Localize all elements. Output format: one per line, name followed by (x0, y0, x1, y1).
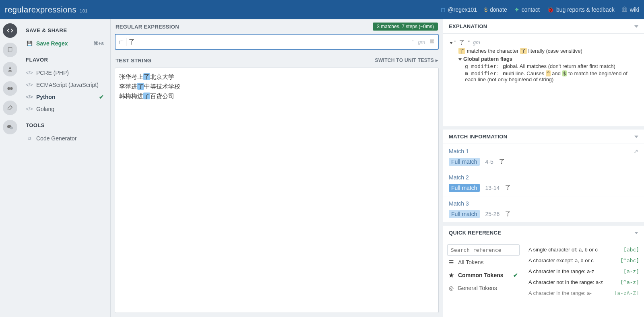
bug-icon: 🐞 (547, 6, 554, 13)
generator-icon: ⧉ (27, 136, 32, 141)
quickref-header[interactable]: QUICK REFERENCE (443, 226, 644, 240)
test-line: 李萍进了中等技术学校 (119, 82, 434, 91)
caret-down-icon[interactable] (458, 58, 462, 61)
link-twitter[interactable]: ◻@regex101 (441, 6, 477, 13)
save-shortcut: ⌘+s (93, 41, 104, 46)
save-regex-button[interactable]: 💾Save Regex ⌘+s (24, 37, 106, 49)
code-icon: </> (27, 82, 32, 88)
center-panel: REGULAR EXPRESSION 3 matches, 7 steps (~… (111, 19, 443, 317)
top-links: ◻@regex101 $donate ✈contact 🐞bug reports… (441, 6, 639, 13)
match-range: 13-14 (485, 185, 500, 191)
twitter-icon: ◻ (441, 6, 446, 13)
match-range: 25-26 (485, 211, 500, 217)
qr-cat-all[interactable]: ☰All Tokens (447, 256, 520, 269)
qr-item[interactable]: A single character of: a, b or c[abc] (528, 244, 639, 255)
match-block[interactable]: Match 3 Full match25-26了 (443, 196, 644, 222)
qr-item[interactable]: A character except: a, b or c[^abc] (528, 255, 639, 266)
right-panel: EXPLANATION " 了 " gm 了 matches the chara… (443, 19, 644, 317)
check-icon: ✔ (99, 94, 104, 100)
rail-chat-icon[interactable] (3, 120, 17, 134)
code-icon: </> (27, 70, 32, 76)
svg-point-1 (7, 87, 10, 90)
full-match-label: Full match (449, 184, 480, 192)
top-bar: regularexpressions 101 ◻@regex101 $donat… (0, 0, 644, 19)
match-block[interactable]: Match 2 Full match13-14了 (443, 170, 644, 196)
wiki-icon: 🏛 (622, 6, 627, 13)
match-highlight: 了 (143, 73, 150, 80)
qr-item[interactable]: A character in the range: a-[a-zA-Z] (528, 288, 639, 298)
regex-flags[interactable]: gm (418, 39, 425, 45)
svg-point-4 (10, 127, 13, 130)
matchinfo-header[interactable]: MATCH INFORMATION (443, 130, 644, 144)
list-icon: ☰ (449, 259, 454, 266)
left-panel: SAVE & SHARE 💾Save Regex ⌘+s FLAVOR </>P… (20, 19, 111, 317)
match-highlight: 了 (143, 93, 150, 99)
code-icon: </> (27, 94, 32, 100)
match-block[interactable]: Match 1↗ Full match4-5了 (443, 144, 644, 170)
match-stats-badge: 3 matches, 7 steps (~0ms) (373, 23, 438, 31)
test-string-input[interactable]: 张华考上了北京大学 李萍进了中等技术学校 韩梅梅进了百货公司 (115, 68, 439, 313)
check-icon: ✔ (513, 272, 518, 278)
link-wiki[interactable]: 🏛wiki (622, 6, 639, 13)
flavor-title: FLAVOR (26, 57, 105, 63)
save-share-title: SAVE & SHARE (26, 27, 105, 33)
match-name: Match 1 (449, 148, 469, 154)
match-range: 4-5 (485, 158, 493, 165)
regex-pattern[interactable]: 了 (126, 38, 411, 46)
regex-input[interactable]: r" 了 " gm (115, 34, 439, 50)
qr-cat-common[interactable]: ★Common Tokens✔ (447, 269, 520, 282)
qr-item[interactable]: A character not in the range: a-z[^a-z] (528, 277, 639, 288)
link-donate[interactable]: $donate (484, 6, 507, 13)
rail-library-icon[interactable] (3, 43, 17, 57)
logo-thin: expressions (31, 5, 76, 14)
match-text: 了 (505, 184, 511, 191)
tools-title: TOOLS (26, 122, 105, 128)
test-line: 张华考上了北京大学 (119, 72, 434, 82)
chevron-down-icon[interactable] (634, 25, 638, 28)
explanation-body: " 了 " gm 了 matches the character 了 liter… (443, 34, 644, 126)
flavor-pcre[interactable]: </>PCRE (PHP) (24, 67, 106, 79)
flag-icon[interactable] (430, 39, 435, 44)
rail-settings-icon[interactable] (3, 101, 17, 115)
flavor-golang[interactable]: </>Golang (24, 103, 106, 115)
star-icon: ★ (449, 272, 454, 278)
save-icon: 💾 (27, 41, 32, 46)
rail-account-icon[interactable] (3, 62, 17, 76)
link-bugreport[interactable]: 🐞bug reports & feedback (547, 6, 615, 13)
logo-main: regular (5, 5, 31, 14)
external-link-icon[interactable]: ↗ (634, 148, 638, 154)
chevron-down-icon[interactable] (634, 232, 638, 234)
rail-editor-icon[interactable] (3, 23, 17, 38)
search-reference-input[interactable] (447, 244, 520, 256)
tool-code-generator[interactable]: ⧉Code Generator (24, 132, 106, 144)
explanation-header[interactable]: EXPLANATION (443, 19, 644, 34)
logo[interactable]: regularexpressions 101 (5, 5, 88, 14)
match-highlight: 了 (137, 83, 144, 90)
rail-debugger-icon[interactable] (3, 81, 17, 96)
paper-plane-icon: ✈ (514, 6, 519, 13)
dollar-icon: $ (484, 6, 487, 13)
qr-cat-general[interactable]: ◎General Tokens (447, 282, 520, 294)
teststring-title: TEST STRING (116, 58, 151, 64)
icon-rail (0, 19, 20, 317)
code-icon: </> (27, 106, 32, 112)
svg-point-0 (9, 67, 11, 69)
match-name: Match 2 (449, 174, 469, 181)
regex-prefix: r" (119, 39, 124, 45)
match-name: Match 3 (449, 200, 469, 207)
switch-unit-tests[interactable]: SWITCH TO UNIT TESTS ▸ (375, 58, 438, 63)
svg-point-2 (10, 87, 13, 90)
regex-suffix: " (411, 39, 413, 45)
chevron-down-icon[interactable] (634, 136, 638, 138)
match-text: 了 (505, 210, 511, 218)
target-icon: ◎ (449, 285, 454, 291)
flavor-python[interactable]: </>Python✔ (24, 91, 106, 103)
full-match-label: Full match (449, 158, 480, 166)
caret-down-icon[interactable] (450, 42, 453, 44)
qr-item[interactable]: A character in the range: a-z[a-z] (528, 266, 639, 277)
regex-title: REGULAR EXPRESSION (116, 24, 179, 30)
logo-sub: 101 (80, 8, 88, 13)
link-contact[interactable]: ✈contact (514, 6, 540, 13)
full-match-label: Full match (449, 210, 480, 218)
flavor-ecmascript[interactable]: </>ECMAScript (JavaScript) (24, 79, 106, 91)
